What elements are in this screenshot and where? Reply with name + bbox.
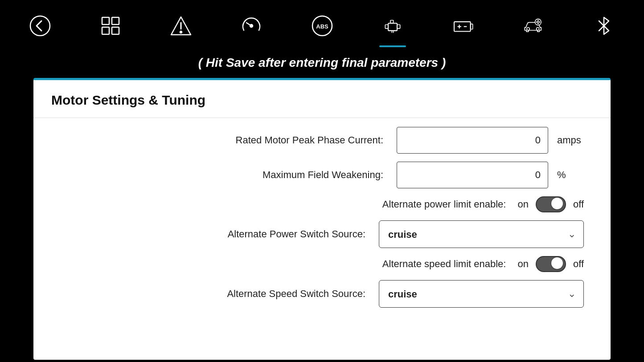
battery-icon[interactable] <box>450 12 476 39</box>
alternate-power-switch-source-label: Alternate Power Switch Source: <box>228 228 365 240</box>
rated-motor-peak-phase-current-label: Rated Motor Peak Phase Current: <box>236 134 383 146</box>
alternate-speed-limit-on-label: on <box>517 258 528 270</box>
svg-rect-1 <box>102 17 109 24</box>
svg-point-9 <box>250 24 253 27</box>
maximum-field-weakening-row: Maximum Field Weakening: % <box>60 162 584 188</box>
engine-icon[interactable] <box>379 12 406 39</box>
rated-motor-peak-phase-current-unit: amps <box>557 134 584 146</box>
svg-rect-22 <box>470 24 472 29</box>
warning-icon[interactable] <box>168 12 194 39</box>
alternate-power-limit-toggle[interactable] <box>536 196 566 212</box>
card-title: Motor Settings & Tuning <box>33 80 611 118</box>
menu-icon[interactable] <box>97 12 124 39</box>
svg-point-27 <box>536 27 539 30</box>
rated-motor-peak-phase-current-input[interactable] <box>397 127 548 154</box>
abs-icon[interactable]: ABS <box>309 12 336 39</box>
bluetooth-icon[interactable] <box>591 12 617 39</box>
top-nav: ABS <box>0 0 644 51</box>
alternate-power-limit-on-label: on <box>517 199 528 210</box>
alternate-power-switch-source-wrapper: cruise throttle brake reverse ⌄ <box>379 220 584 248</box>
svg-point-7 <box>180 31 182 33</box>
maximum-field-weakening-input[interactable] <box>397 162 548 188</box>
toggle-thumb-speed <box>551 257 563 269</box>
svg-rect-21 <box>454 21 471 31</box>
maximum-field-weakening-label: Maximum Field Weakening: <box>263 169 383 181</box>
alternate-speed-switch-source-row: Alternate Speed Switch Source: cruise th… <box>60 280 584 308</box>
svg-text:ABS: ABS <box>316 23 328 30</box>
main-card: Motor Settings & Tuning Rated Motor Peak… <box>33 78 611 360</box>
rated-motor-peak-phase-current-row: Rated Motor Peak Phase Current: amps <box>60 127 584 154</box>
svg-rect-12 <box>388 23 397 31</box>
svg-point-26 <box>527 27 529 30</box>
alternate-power-limit-enable-label: Alternate power limit enable: <box>382 199 506 210</box>
alternate-speed-switch-source-select[interactable]: cruise throttle brake reverse <box>379 280 584 308</box>
toggle-thumb <box>551 198 563 209</box>
alternate-power-switch-source-select[interactable]: cruise throttle brake reverse <box>379 220 584 248</box>
subtitle: ( Hit Save after entering final paramete… <box>0 51 644 78</box>
alternate-speed-switch-source-label: Alternate Speed Switch Source: <box>227 288 365 300</box>
alternate-power-limit-enable-row: Alternate power limit enable: on off <box>60 196 584 212</box>
gauge-icon[interactable] <box>238 12 265 39</box>
back-icon[interactable] <box>27 12 53 39</box>
alternate-speed-limit-off-label: off <box>573 258 584 270</box>
alternate-speed-switch-source-wrapper: cruise throttle brake reverse ⌄ <box>379 280 584 308</box>
svg-rect-3 <box>102 27 109 34</box>
alternate-speed-limit-enable-label: Alternate speed limit enable: <box>382 258 506 270</box>
settings-form: Rated Motor Peak Phase Current: amps Max… <box>33 118 611 325</box>
alternate-speed-limit-enable-row: Alternate speed limit enable: on off <box>60 256 584 272</box>
alternate-speed-limit-toggle[interactable] <box>536 256 566 272</box>
alternate-power-switch-source-row: Alternate Power Switch Source: cruise th… <box>60 220 584 248</box>
svg-rect-4 <box>112 27 119 34</box>
alternate-power-limit-off-label: off <box>573 199 584 210</box>
svg-rect-2 <box>112 17 119 24</box>
car-settings-icon[interactable] <box>520 12 547 39</box>
svg-point-0 <box>30 16 50 36</box>
maximum-field-weakening-unit: % <box>557 169 584 181</box>
